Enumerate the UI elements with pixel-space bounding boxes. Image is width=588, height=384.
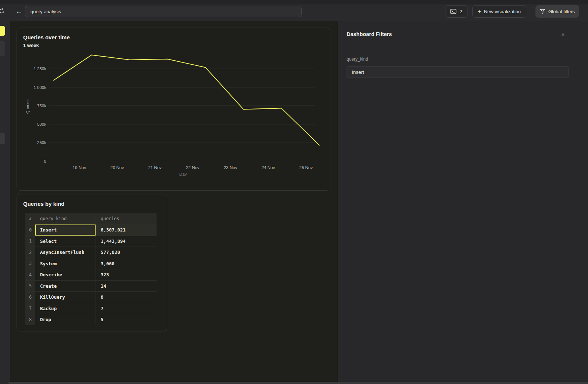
terminal-icon <box>450 9 456 14</box>
queries-cell[interactable]: 14 <box>96 281 157 292</box>
query-kind-cell[interactable]: Describe <box>35 269 96 280</box>
table-row[interactable]: 2AsyncInsertFlush577,820 <box>25 247 157 258</box>
query-kind-cell[interactable]: System <box>35 258 96 269</box>
dashboard-canvas: Queries over time 1 week 0250k500k750k1 … <box>10 21 337 384</box>
query-kind-cell[interactable]: Backup <box>35 303 96 314</box>
x-axis-title: Day <box>179 172 187 176</box>
y-tick-label: 1 250k <box>33 67 46 71</box>
x-tick-label: 25 Nov <box>300 165 313 170</box>
query-kind-cell[interactable]: AsyncInsertFlush <box>35 247 96 258</box>
table-row[interactable]: 5Create14 <box>25 280 157 292</box>
top-bar: ← 2 + New visualization Global filters <box>0 0 588 21</box>
queries-cell[interactable]: 1,443,894 <box>96 236 157 247</box>
queries-by-kind-table: #query_kindqueries0Insert8,307,0211Selec… <box>25 213 157 325</box>
global-filters-button[interactable]: Global filters <box>535 5 579 18</box>
table-header-row: #query_kindqueries <box>25 213 157 224</box>
close-icon: × <box>562 31 565 37</box>
x-tick-label: 21 Nov <box>148 165 162 170</box>
y-tick-label: 1 000k <box>33 85 46 90</box>
row-index-cell: 6 <box>25 292 35 303</box>
queries-by-kind-card: Queries by kind #query_kindqueries0Inser… <box>17 194 167 331</box>
panel-title: Dashboard Filters <box>347 31 392 37</box>
queries-cell[interactable]: 7 <box>96 303 157 314</box>
console-count-button[interactable]: 2 <box>445 5 467 18</box>
global-filters-label: Global filters <box>548 9 575 14</box>
column-header-query-kind: query_kind <box>35 213 96 224</box>
table-title: Queries by kind <box>23 201 65 207</box>
x-tick-label: 24 Nov <box>262 165 275 170</box>
queries-cell[interactable]: 323 <box>96 269 157 280</box>
queries-cell[interactable]: 8,307,021 <box>96 225 157 236</box>
queries-cell[interactable]: 3,060 <box>96 258 157 269</box>
y-axis-title: Queries <box>25 99 30 114</box>
row-index-cell: 3 <box>25 258 35 269</box>
sidebar-item[interactable] <box>0 41 5 56</box>
table-row[interactable]: 7Backup7 <box>25 303 157 314</box>
table-row[interactable]: 8Drop5 <box>25 314 157 325</box>
history-button[interactable] <box>0 7 6 15</box>
back-arrow-icon: ← <box>15 7 22 15</box>
sidebar-item[interactable] <box>0 133 5 144</box>
x-tick-label: 22 Nov <box>186 165 200 170</box>
query-kind-cell[interactable]: Drop <box>35 314 96 325</box>
column-header-queries: queries <box>96 213 157 224</box>
filter-funnel-icon <box>540 9 545 14</box>
new-visualization-button[interactable]: + New visualization <box>472 5 526 18</box>
table-row[interactable]: 4Describe323 <box>25 269 157 280</box>
row-index-cell: 1 <box>25 236 35 247</box>
dashboard-filters-panel: Dashboard Filters × query_kind <box>337 21 588 384</box>
row-index-cell: 7 <box>25 303 35 314</box>
queries-cell[interactable]: 577,820 <box>96 247 157 258</box>
new-visualization-label: New visualization <box>484 9 521 14</box>
table-row[interactable]: 1Select1,443,894 <box>25 236 157 247</box>
table-row[interactable]: 3System3,060 <box>25 258 157 269</box>
row-index-cell: 8 <box>25 314 35 325</box>
x-tick-label: 20 Nov <box>111 165 124 170</box>
history-icon <box>0 8 5 14</box>
queries-cell[interactable]: 5 <box>96 314 157 325</box>
window-bottom-edge <box>7 382 588 384</box>
back-button[interactable]: ← <box>14 6 24 16</box>
y-tick-label: 0 <box>44 159 46 164</box>
close-button[interactable]: × <box>559 30 567 39</box>
x-tick-label: 19 Nov <box>73 165 86 170</box>
plus-icon: + <box>478 8 481 14</box>
sidebar-item-active[interactable] <box>0 26 5 36</box>
query-kind-cell[interactable]: Insert <box>35 225 96 236</box>
y-tick-label: 500k <box>37 122 46 126</box>
dashboard-title-input[interactable] <box>25 6 302 17</box>
query-kind-cell[interactable]: KillQuery <box>35 292 96 303</box>
y-tick-label: 750k <box>37 104 46 108</box>
y-tick-label: 250k <box>37 140 46 145</box>
row-index-cell: 5 <box>25 281 35 292</box>
table-row[interactable]: 6KillQuery8 <box>25 291 157 303</box>
row-index-cell: 2 <box>25 247 35 258</box>
queries-over-time-plot: 0250k500k750k1 000k1 250k19 Nov20 Nov21 … <box>17 28 331 191</box>
query-kind-cell[interactable]: Select <box>35 236 96 247</box>
table-row[interactable]: 0Insert8,307,021 <box>25 224 157 236</box>
query-kind-filter-input[interactable] <box>347 66 569 78</box>
queries-over-time-card: Queries over time 1 week 0250k500k750k1 … <box>17 28 330 191</box>
filter-field-label: query_kind <box>347 57 368 62</box>
left-sidebar-rail <box>0 21 10 384</box>
queries-cell[interactable]: 8 <box>96 292 157 303</box>
column-header-index: # <box>25 213 35 224</box>
app-window: ← 2 + New visualization Global filters <box>0 0 588 384</box>
window-top-edge <box>0 0 588 4</box>
panel-divider <box>338 48 588 48</box>
query-kind-cell[interactable]: Create <box>35 281 96 292</box>
x-tick-label: 23 Nov <box>224 165 237 170</box>
row-index-cell: 4 <box>25 269 35 280</box>
console-count: 2 <box>459 9 462 14</box>
queries-line-series <box>54 55 319 146</box>
row-index-cell: 0 <box>25 225 35 236</box>
